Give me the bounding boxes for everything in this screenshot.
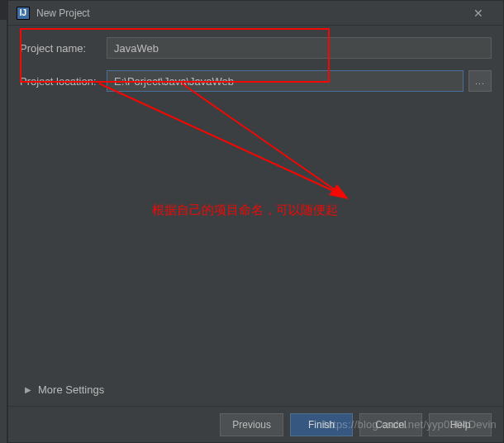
more-settings-label: More Settings (38, 383, 104, 396)
svg-line-0 (99, 83, 337, 193)
close-button[interactable]: ✕ (462, 2, 495, 25)
svg-marker-2 (329, 184, 349, 199)
dialog-title: New Project (36, 7, 90, 19)
titlebar: IJ New Project ✕ (8, 1, 503, 26)
project-name-row: Project name: (20, 37, 492, 59)
project-name-input[interactable] (107, 37, 492, 59)
annotation-text: 根据自己的项目命名，可以随便起 (152, 202, 338, 218)
intellij-icon: IJ (17, 7, 30, 20)
project-name-label: Project name: (20, 42, 107, 55)
help-button[interactable]: Help (429, 413, 492, 436)
project-location-label: Project location: (20, 75, 107, 88)
svg-line-1 (182, 83, 339, 193)
finish-button[interactable]: Finish (290, 413, 353, 436)
project-location-row: Project location: ... (20, 70, 492, 92)
more-settings-toggle[interactable]: ▶ More Settings (25, 383, 104, 396)
dialog-footer: Previous Finish Cancel Help (8, 406, 503, 442)
new-project-dialog: IJ New Project ✕ Project name: Project l… (7, 0, 504, 443)
editor-gutter (0, 20, 7, 443)
form-area: Project name: Project location: ... (8, 26, 503, 92)
cancel-button[interactable]: Cancel (359, 413, 422, 436)
project-location-input[interactable] (107, 70, 464, 92)
chevron-right-icon: ▶ (25, 385, 31, 394)
browse-button[interactable]: ... (468, 70, 492, 92)
previous-button[interactable]: Previous (220, 413, 283, 436)
